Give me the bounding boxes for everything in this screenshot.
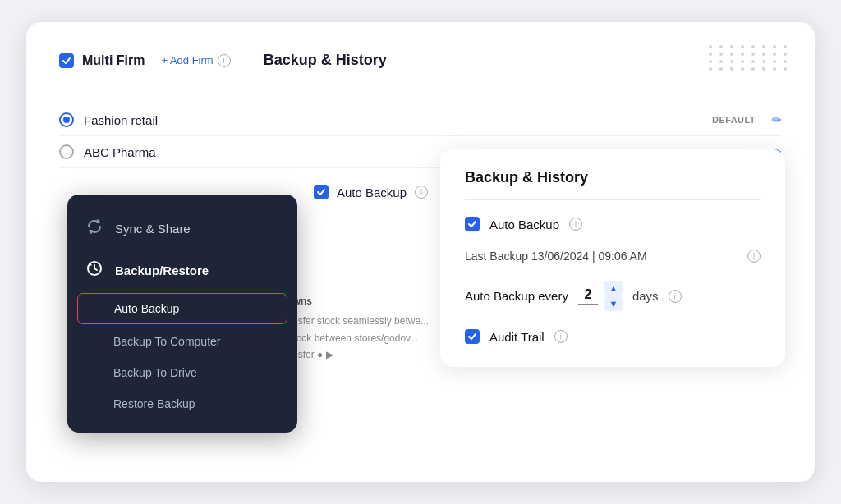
audit-trail-info-icon[interactable]: i: [554, 330, 568, 343]
auto-backup-card-row: Auto Backup i: [465, 217, 761, 231]
sync-icon: [85, 218, 103, 240]
sync-share-label: Sync & Share: [115, 222, 191, 236]
backup-card-title: Backup & History: [465, 169, 761, 186]
backup-history-section-title: Backup & History: [239, 52, 782, 69]
last-backup-text: Last Backup 13/06/2024 | 09:06 AM: [465, 250, 738, 263]
auto-backup-interval-spinner[interactable]: 2 ▲ ▼: [578, 281, 623, 311]
audit-trail-label: Audit Trail: [489, 330, 545, 344]
auto-backup-header-checkbox[interactable]: [314, 185, 329, 199]
auto-backup-interval-value[interactable]: 2: [578, 287, 598, 305]
spinner-up-arrow[interactable]: ▲: [604, 281, 623, 296]
backup-to-drive-submenu-item[interactable]: Backup To Drive: [67, 357, 297, 388]
auto-backup-interval-row: Auto Backup every 2 ▲ ▼ days i: [465, 281, 761, 311]
auto-backup-header-label: Auto Backup: [337, 186, 407, 199]
multi-firm-label: Multi Firm: [82, 53, 145, 68]
last-backup-info-icon[interactable]: i: [747, 250, 761, 263]
auto-backup-submenu-item[interactable]: Auto Backup: [77, 293, 287, 324]
firm-row-fashion-retail[interactable]: Fashion retail DEFAULT ✏: [59, 104, 782, 136]
restore-icon: [85, 259, 103, 282]
edit-icon-fashion-retail[interactable]: ✏: [772, 113, 782, 126]
restore-backup-submenu-item[interactable]: Restore Backup: [67, 388, 297, 419]
auto-backup-card-info-icon[interactable]: i: [569, 218, 582, 231]
backup-card-divider: [465, 199, 761, 200]
days-info-icon[interactable]: i: [669, 290, 682, 303]
sync-submenu: Auto Backup Backup To Computer Backup To…: [67, 291, 297, 419]
days-label: days: [632, 289, 659, 303]
auto-backup-every-label: Auto Backup every: [465, 289, 568, 303]
auto-backup-card-label: Auto Backup: [489, 218, 559, 231]
spinner-arrows: ▲ ▼: [604, 281, 623, 311]
top-header: Multi Firm + Add Firm i Backup & History: [59, 52, 782, 69]
auto-backup-info-icon[interactable]: i: [415, 186, 428, 199]
audit-trail-row: Audit Trail i: [465, 329, 761, 344]
spinner-down-arrow[interactable]: ▼: [604, 296, 623, 311]
sync-menu-popup: Sync & Share Backup/Restore Auto Backup …: [67, 195, 297, 433]
backup-restore-label: Backup/Restore: [115, 263, 209, 277]
header-divider: [314, 89, 782, 89]
audit-trail-checkbox[interactable]: [465, 329, 480, 344]
multi-firm-row: Multi Firm + Add Firm i: [59, 53, 239, 68]
backup-history-card: Backup & History Auto Backup i Last Back…: [440, 149, 785, 367]
firm-name-fashion-retail: Fashion retail: [84, 113, 702, 127]
add-firm-info-icon[interactable]: i: [218, 54, 231, 67]
auto-backup-card-checkbox[interactable]: [465, 217, 480, 231]
multi-firm-checkbox[interactable]: [59, 53, 74, 68]
last-backup-row: Last Backup 13/06/2024 | 09:06 AM i: [465, 250, 761, 263]
add-firm-button[interactable]: + Add Firm i: [153, 54, 238, 67]
backup-to-computer-submenu-item[interactable]: Backup To Computer: [67, 326, 297, 357]
default-badge-fashion-retail: DEFAULT: [712, 115, 756, 125]
firm-radio-fashion-retail[interactable]: [59, 112, 74, 127]
main-card: // Will be rendered via JS below Multi F…: [26, 22, 815, 482]
backup-restore-menu-item[interactable]: Backup/Restore: [67, 250, 297, 291]
partial-background-content: downs transfer stock seamlessly betwe...…: [281, 293, 445, 364]
sync-share-menu-item[interactable]: Sync & Share: [67, 208, 297, 250]
firm-radio-abc-pharma[interactable]: [59, 144, 74, 159]
